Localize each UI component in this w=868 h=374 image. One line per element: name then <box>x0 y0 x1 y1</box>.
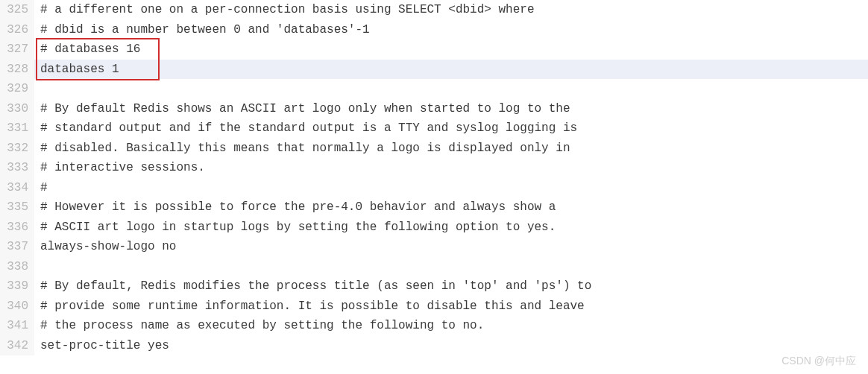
line-number: 341 <box>4 316 28 336</box>
line-number: 328 <box>4 60 28 80</box>
code-line[interactable] <box>34 257 868 277</box>
code-area[interactable]: # a different one on a per-connection ba… <box>34 0 868 355</box>
code-line[interactable]: # <box>34 178 868 198</box>
code-line[interactable]: # ASCII art logo in startup logs by sett… <box>34 218 868 238</box>
code-line[interactable]: # By default, Redis modifies the process… <box>34 276 868 297</box>
line-number: 334 <box>4 178 28 198</box>
line-number: 337 <box>4 237 28 257</box>
line-number: 342 <box>4 336 28 356</box>
code-line[interactable]: # By default Redis shows an ASCII art lo… <box>34 99 868 119</box>
line-number: 326 <box>4 20 28 40</box>
code-line[interactable]: # the process name as executed by settin… <box>34 316 868 336</box>
line-number: 335 <box>4 197 28 218</box>
code-line[interactable]: # a different one on a per-connection ba… <box>34 0 868 20</box>
code-editor[interactable]: 3253263273283293303313323333343353363373… <box>0 0 868 355</box>
code-line[interactable]: # interactive sessions. <box>34 158 868 178</box>
line-number: 333 <box>4 158 28 178</box>
line-number: 330 <box>4 99 28 119</box>
line-number: 339 <box>4 276 28 297</box>
line-number-gutter: 3253263273283293303313323333343353363373… <box>0 0 34 355</box>
code-line[interactable]: # standard output and if the standard ou… <box>34 118 868 139</box>
line-number: 340 <box>4 297 28 317</box>
code-line[interactable]: # provide some runtime information. It i… <box>34 297 868 317</box>
code-line[interactable] <box>34 79 868 99</box>
code-line[interactable]: # disabled. Basically this means that no… <box>34 139 868 159</box>
line-number: 338 <box>4 257 28 277</box>
code-line[interactable]: # However it is possible to force the pr… <box>34 197 868 218</box>
line-number: 336 <box>4 218 28 238</box>
code-line[interactable]: # dbid is a number between 0 and 'databa… <box>34 20 868 40</box>
code-line[interactable]: set-proc-title yes <box>34 336 868 356</box>
code-line[interactable]: databases 1 <box>34 60 868 80</box>
line-number: 332 <box>4 139 28 159</box>
line-number: 331 <box>4 118 28 139</box>
code-line[interactable]: # databases 16 <box>34 39 868 60</box>
line-number: 327 <box>4 39 28 60</box>
line-number: 325 <box>4 0 28 20</box>
code-line[interactable]: always-show-logo no <box>34 237 868 257</box>
line-number: 329 <box>4 79 28 99</box>
